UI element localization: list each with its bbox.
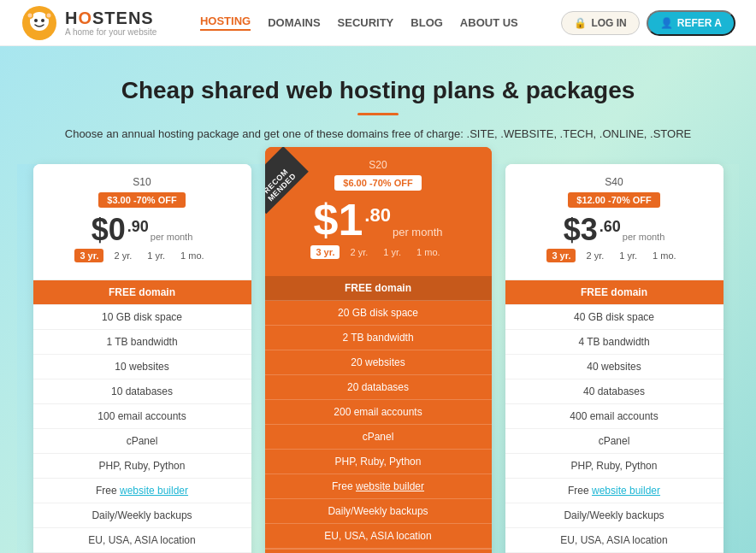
- svg-point-2: [34, 19, 38, 22]
- plan-pro-cents: .60: [599, 218, 621, 236]
- feature-popular-location: EU, USA, ASIA location: [265, 524, 492, 549]
- login-button[interactable]: 🔒 LOG IN: [561, 11, 639, 35]
- plan-starter-dollar: $0: [92, 215, 126, 245]
- feature-pro-email: 400 email accounts: [505, 404, 724, 429]
- logo: HOSTENS A home for your website: [21, 4, 157, 42]
- header-buttons: 🔒 LOG IN 👤 REFER A: [561, 10, 735, 36]
- plan-popular-period: per month: [393, 226, 443, 238]
- nav-about[interactable]: ABOUT US: [460, 16, 518, 29]
- nav-domains[interactable]: DOMAINS: [268, 16, 320, 29]
- website-builder-link-pro[interactable]: website builder: [592, 485, 660, 497]
- plan-starter-price: $0 .90 per month: [44, 215, 241, 245]
- svg-point-6: [28, 13, 32, 17]
- feature-starter-cpanel: cPanel: [33, 429, 251, 454]
- plan-starter-periods: 3 yr. 2 yr. 1 yr. 1 mo.: [44, 249, 241, 262]
- plan-starter-features: FREE domain 10 GB disk space 1 TB bandwi…: [33, 279, 251, 553]
- feature-popular-php: PHP, Ruby, Python: [265, 450, 492, 474]
- period-tab-2yr-popular[interactable]: 2 yr.: [345, 245, 373, 259]
- feature-starter-php: PHP, Ruby, Python: [33, 454, 251, 479]
- logo-text: HOSTENS A home for your website: [65, 9, 157, 37]
- hero-divider: [357, 113, 399, 115]
- feature-popular-free-domain: FREE domain: [265, 276, 492, 301]
- logo-icon: [21, 4, 58, 42]
- svg-point-7: [47, 13, 51, 17]
- plan-pro: S40 $12.00 -70% OFF $3 .60 per month 3 y…: [505, 164, 724, 553]
- feature-popular-disk: 20 GB disk space: [265, 301, 492, 326]
- plan-starter-cents: .90: [127, 218, 149, 236]
- period-tab-1mo-pro[interactable]: 1 mo.: [647, 249, 682, 262]
- plan-pro-features: FREE domain 40 GB disk space 4 TB bandwi…: [505, 279, 724, 553]
- feature-popular-databases: 20 databases: [265, 375, 492, 400]
- plan-starter-discount: $3.00 -70% OFF: [98, 192, 185, 208]
- plan-starter-header: S10 $3.00 -70% OFF $0 .90 per month 3 yr…: [33, 164, 251, 279]
- plan-pro-header: S40 $12.00 -70% OFF $3 .60 per month 3 y…: [505, 164, 724, 279]
- feature-starter-backups: Daily/Weekly backups: [33, 503, 251, 528]
- feature-starter-email: 100 email accounts: [33, 404, 251, 429]
- feature-pro-location: EU, USA, ASIA location: [505, 528, 724, 553]
- nav-blog[interactable]: BLOG: [410, 16, 443, 29]
- feature-pro-builder: Free website builder: [505, 479, 724, 503]
- plan-starter-name: S10: [44, 176, 241, 188]
- period-tab-1yr-popular[interactable]: 1 yr.: [378, 245, 406, 259]
- plan-popular-discount: $6.00 -70% OFF: [334, 175, 421, 191]
- feature-starter-bandwidth: 1 TB bandwidth: [33, 330, 251, 355]
- hero-subtitle: Choose an annual hosting package and get…: [17, 127, 739, 140]
- feature-popular-email: 200 email accounts: [265, 400, 492, 425]
- svg-point-3: [41, 19, 44, 22]
- lock-icon: 🔒: [574, 17, 587, 29]
- plan-popular-price: $1 .80 per month: [275, 197, 481, 242]
- plan-popular-renew: $1.80 per month when you renew: [265, 549, 492, 553]
- feature-popular-cpanel: cPanel: [265, 425, 492, 450]
- feature-pro-disk: 40 GB disk space: [505, 305, 724, 330]
- feature-pro-databases: 40 databases: [505, 379, 724, 404]
- logo-tagline: A home for your website: [65, 27, 157, 37]
- hero-title: Cheap shared web hosting plans & package…: [17, 77, 739, 104]
- feature-pro-cpanel: cPanel: [505, 429, 724, 454]
- period-tab-1mo-starter[interactable]: 1 mo.: [175, 249, 210, 262]
- plan-pro-period: per month: [623, 232, 665, 242]
- feature-pro-php: PHP, Ruby, Python: [505, 454, 724, 479]
- feature-pro-backups: Daily/Weekly backups: [505, 503, 724, 528]
- header: HOSTENS A home for your website HOSTING …: [0, 0, 756, 46]
- feature-popular-builder: Free website builder: [265, 474, 492, 499]
- feature-starter-databases: 10 databases: [33, 379, 251, 404]
- website-builder-link-starter[interactable]: website builder: [120, 485, 188, 497]
- feature-starter-free-domain: FREE domain: [33, 280, 251, 305]
- feature-popular-bandwidth: 2 TB bandwidth: [265, 326, 492, 350]
- plans-grid: S10 $3.00 -70% OFF $0 .90 per month 3 yr…: [17, 164, 739, 553]
- nav-security[interactable]: SECURITY: [338, 16, 394, 29]
- hero-section: Cheap shared web hosting plans & package…: [0, 46, 756, 553]
- period-tab-1mo-popular[interactable]: 1 mo.: [411, 245, 446, 259]
- plan-popular-features: FREE domain 20 GB disk space 2 TB bandwi…: [265, 276, 492, 549]
- feature-starter-builder: Free website builder: [33, 479, 251, 503]
- nav-hosting[interactable]: HOSTING: [200, 15, 251, 31]
- plan-popular: RECOMMENDED S20 $6.00 -70% OFF $1 .80 pe…: [265, 147, 492, 553]
- feature-popular-backups: Daily/Weekly backups: [265, 499, 492, 524]
- person-icon: 👤: [660, 17, 673, 29]
- feature-starter-websites: 10 websites: [33, 355, 251, 379]
- feature-starter-disk: 10 GB disk space: [33, 305, 251, 330]
- plan-pro-periods: 3 yr. 2 yr. 1 yr. 1 mo.: [516, 249, 713, 262]
- feature-popular-websites: 20 websites: [265, 350, 492, 375]
- period-tab-1yr-pro[interactable]: 1 yr.: [614, 249, 642, 262]
- feature-starter-location: EU, USA, ASIA location: [33, 528, 251, 553]
- website-builder-link-popular[interactable]: website builder: [356, 480, 424, 492]
- logo-name: HOSTENS: [65, 9, 157, 27]
- period-tab-3yr-pro[interactable]: 3 yr.: [546, 249, 576, 262]
- plan-popular-cents: .80: [364, 204, 391, 226]
- plan-starter: S10 $3.00 -70% OFF $0 .90 per month 3 yr…: [33, 164, 251, 553]
- period-tab-3yr-popular[interactable]: 3 yr.: [310, 245, 340, 259]
- period-tab-1yr-starter[interactable]: 1 yr.: [142, 249, 170, 262]
- main-nav: HOSTING DOMAINS SECURITY BLOG ABOUT US: [200, 15, 518, 31]
- feature-pro-bandwidth: 4 TB bandwidth: [505, 330, 724, 355]
- period-tab-2yr-pro[interactable]: 2 yr.: [581, 249, 609, 262]
- refer-button[interactable]: 👤 REFER A: [647, 10, 735, 36]
- feature-pro-websites: 40 websites: [505, 355, 724, 379]
- plan-pro-dollar: $3: [564, 215, 598, 245]
- plan-popular-periods: 3 yr. 2 yr. 1 yr. 1 mo.: [275, 245, 481, 259]
- plan-pro-name: S40: [516, 176, 713, 188]
- period-tab-2yr-starter[interactable]: 2 yr.: [109, 249, 137, 262]
- plan-starter-period: per month: [151, 232, 193, 242]
- period-tab-3yr-starter[interactable]: 3 yr.: [74, 249, 103, 262]
- plan-popular-dollar: $1: [314, 197, 363, 242]
